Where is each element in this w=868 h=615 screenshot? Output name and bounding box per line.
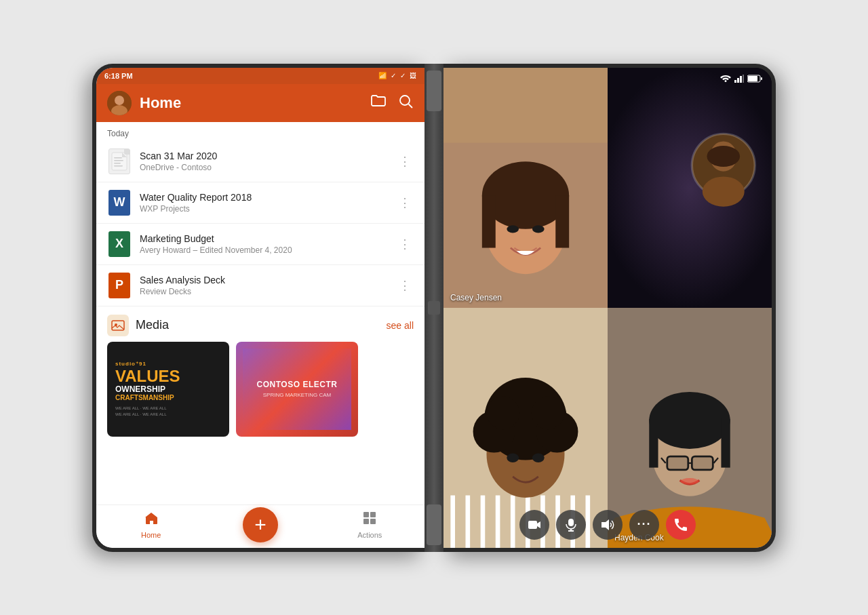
- values-subtext: WE ARE ALL · WE ARE ALLWE ARE ALL · WE A…: [115, 405, 166, 417]
- nav-actions[interactable]: Actions: [315, 511, 425, 539]
- media-thumb-contoso[interactable]: CONTOSO ELECTR SPRING MARKETING CAM: [236, 342, 358, 437]
- svg-rect-20: [743, 75, 744, 83]
- svg-rect-17: [734, 80, 736, 83]
- svg-rect-18: [737, 78, 739, 83]
- svg-rect-47: [496, 495, 500, 547]
- header-icons: [370, 93, 414, 113]
- see-all-link[interactable]: see all: [387, 320, 414, 331]
- svg-point-1: [115, 96, 124, 105]
- media-header-left: Media: [107, 315, 169, 336]
- file-icon-excel: X: [107, 231, 132, 258]
- cellular-icon: [734, 75, 744, 83]
- svg-point-66: [649, 391, 730, 448]
- nav-fab[interactable]: +: [205, 507, 315, 542]
- file-meta: WXP Projects: [140, 204, 396, 214]
- svg-rect-16: [370, 519, 376, 524]
- svg-rect-8: [114, 163, 121, 164]
- svg-point-30: [507, 225, 519, 233]
- media-section-header: Media see all: [96, 306, 425, 342]
- svg-rect-6: [114, 157, 122, 159]
- svg-point-31: [532, 225, 545, 233]
- home-label: Home: [141, 531, 161, 539]
- svg-rect-75: [528, 521, 537, 529]
- actions-label: Actions: [357, 531, 382, 539]
- app-header: Home: [96, 84, 425, 122]
- more-options-icon[interactable]: ⋮: [396, 275, 414, 296]
- file-item[interactable]: Water Quality Report 2018 WXP Projects ⋮: [96, 182, 425, 224]
- svg-rect-44: [450, 495, 455, 547]
- folder-icon[interactable]: [370, 93, 387, 113]
- video-call-screen: Casey Jensen: [443, 68, 772, 548]
- file-name: Water Quality Report 2018: [140, 192, 396, 203]
- svg-rect-13: [363, 512, 369, 517]
- file-name: Sales Analysis Deck: [140, 275, 396, 285]
- file-info: Marketing Budget Avery Howard – Edited N…: [140, 233, 396, 255]
- hinge-bottom-connector: [427, 504, 441, 545]
- time-display: 6:18 PM: [104, 72, 133, 80]
- file-item[interactable]: X Marketing Budget Avery Howard – Edited…: [96, 224, 425, 265]
- plus-icon: +: [254, 515, 267, 535]
- file-icon-word: [107, 189, 132, 216]
- file-meta: Review Decks: [140, 287, 396, 296]
- call-controls: ···: [519, 510, 696, 540]
- wifi-icon: 📶: [378, 72, 387, 79]
- file-meta: OneDrive - Contoso: [140, 163, 396, 172]
- svg-point-40: [703, 176, 745, 206]
- video-toggle-button[interactable]: [519, 510, 549, 540]
- search-icon[interactable]: [397, 93, 414, 113]
- svg-point-39: [707, 146, 740, 167]
- file-name: Marketing Budget: [140, 233, 396, 244]
- values-title: VALUES: [115, 368, 180, 384]
- mute-button[interactable]: [556, 510, 586, 540]
- svg-rect-36: [608, 68, 772, 308]
- svg-rect-29: [555, 195, 569, 247]
- media-grid: studio⁺91 VALUES OWNERSHIP CRAFTSMANSHIP…: [96, 342, 425, 437]
- video-cell-2: [608, 68, 772, 308]
- media-thumb-values[interactable]: studio⁺91 VALUES OWNERSHIP CRAFTSMANSHIP…: [107, 342, 229, 437]
- video-grid: Casey Jensen: [443, 68, 772, 548]
- bottom-nav: Home + Actio: [96, 504, 425, 548]
- more-options-icon[interactable]: ⋮: [396, 151, 414, 172]
- video-cell-1: Casey Jensen: [443, 68, 608, 308]
- word-icon: [108, 190, 130, 216]
- svg-rect-14: [370, 512, 376, 517]
- file-item[interactable]: P Sales Analysis Deck Review Decks ⋮: [96, 265, 425, 306]
- right-device: Casey Jensen: [443, 64, 776, 552]
- file-info: Sales Analysis Deck Review Decks: [140, 275, 396, 296]
- svg-rect-11: [112, 321, 124, 330]
- svg-rect-22: [748, 76, 757, 81]
- right-status-bar: [720, 75, 762, 83]
- more-dots: ···: [637, 517, 651, 532]
- device-hinge: [425, 64, 443, 552]
- file-item[interactable]: Scan 31 Mar 2020 OneDrive - Contoso ⋮: [96, 141, 425, 182]
- svg-rect-45: [466, 495, 471, 547]
- studio-label: studio⁺91: [115, 361, 146, 367]
- more-options-button[interactable]: ···: [629, 510, 659, 540]
- svg-rect-15: [363, 519, 369, 524]
- status-icons: 📶 ✓ ✓ 🖼: [378, 72, 416, 79]
- header-left: Home: [107, 91, 181, 115]
- today-label: Today: [96, 122, 425, 141]
- media-section-icon: [107, 315, 129, 336]
- hinge-top-connector: [427, 71, 441, 111]
- end-call-button[interactable]: [666, 510, 696, 540]
- svg-rect-23: [761, 77, 762, 80]
- more-options-icon[interactable]: ⋮: [396, 193, 414, 213]
- more-options-icon[interactable]: ⋮: [396, 234, 414, 254]
- content-area: Today: [96, 122, 425, 504]
- actions-icon: [362, 511, 377, 529]
- fab-add-button[interactable]: +: [243, 507, 278, 542]
- svg-rect-48: [511, 495, 515, 547]
- user-avatar[interactable]: [107, 91, 132, 115]
- excel-icon: X: [108, 231, 130, 257]
- document-icon: [108, 148, 130, 174]
- speaker-button[interactable]: [593, 510, 623, 540]
- nav-home[interactable]: Home: [96, 511, 205, 539]
- check-icon-1: ✓: [391, 72, 396, 79]
- svg-rect-33: [443, 68, 608, 143]
- file-meta: Avery Howard – Edited November 4, 2020: [140, 245, 396, 255]
- svg-rect-76: [568, 519, 574, 526]
- svg-rect-68: [721, 418, 730, 467]
- svg-rect-69: [667, 456, 688, 470]
- status-bar: 6:18 PM 📶 ✓ ✓ 🖼: [96, 68, 425, 84]
